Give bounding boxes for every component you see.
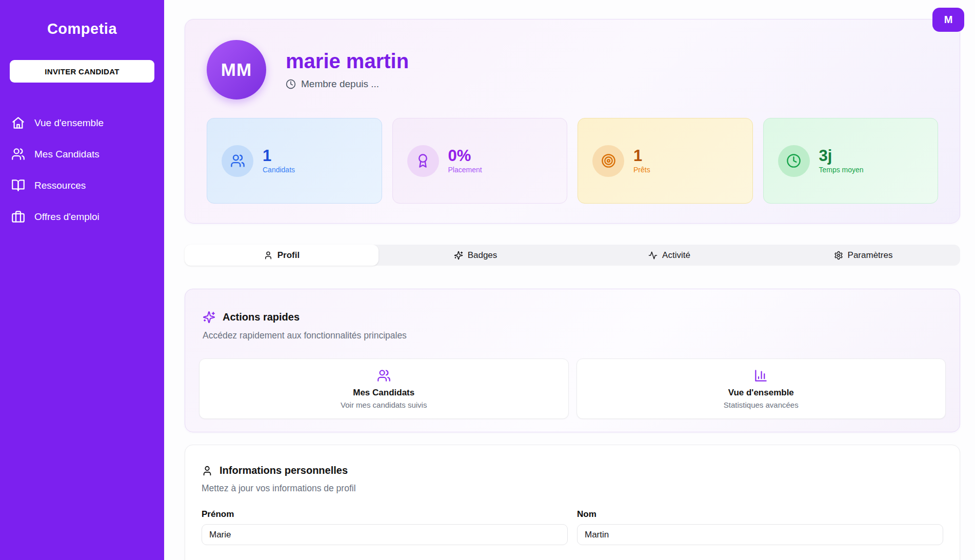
invite-candidate-button[interactable]: INVITER CANDIDAT xyxy=(10,60,154,83)
sidebar-item-resources[interactable]: Ressources xyxy=(0,170,164,201)
topbar-user-avatar[interactable]: M xyxy=(932,8,964,32)
profile-name: marie martin xyxy=(286,50,409,72)
clock-icon xyxy=(786,153,801,168)
clock-icon xyxy=(286,79,296,89)
action-title: Mes Candidats xyxy=(353,388,414,398)
tab-badges[interactable]: Badges xyxy=(379,245,572,266)
sparkles-icon xyxy=(203,311,215,324)
stat-card-placement: 0% Placement xyxy=(392,118,568,204)
stat-label: Prêts xyxy=(633,166,650,174)
tab-profile[interactable]: Profil xyxy=(185,245,379,266)
stat-value: 1 xyxy=(633,148,650,165)
sidebar: Competia INVITER CANDIDAT Vue d'ensemble… xyxy=(0,0,164,560)
action-my-candidates[interactable]: Mes Candidats Voir mes candidats suivis xyxy=(199,358,569,419)
sparkles-icon xyxy=(454,251,463,260)
sidebar-item-jobs[interactable]: Offres d'emploi xyxy=(0,201,164,232)
stats-row: 1 Candidats 0% Placement 1 Prêts xyxy=(207,118,938,204)
sidebar-item-label: Offres d'emploi xyxy=(34,211,100,223)
stat-label: Candidats xyxy=(263,166,295,174)
personal-info-subtitle: Mettez à jour vos informations de profil xyxy=(202,483,943,494)
gear-icon xyxy=(834,251,843,260)
stat-label: Temps moyen xyxy=(819,166,864,174)
tab-label: Paramètres xyxy=(848,250,893,261)
user-icon xyxy=(202,465,213,476)
stat-value: 1 xyxy=(263,148,295,165)
sidebar-item-overview[interactable]: Vue d'ensemble xyxy=(0,107,164,138)
stat-value: 0% xyxy=(448,148,482,165)
tab-label: Profil xyxy=(277,250,300,261)
sidebar-item-candidates[interactable]: Mes Candidats xyxy=(0,138,164,170)
quick-actions-title: Actions rapides xyxy=(223,311,300,323)
action-overview[interactable]: Vue d'ensemble Statistiques avancées xyxy=(576,358,946,419)
firstname-field[interactable] xyxy=(202,524,568,545)
personal-info-card: Informations personnelles Mettez à jour … xyxy=(185,445,960,560)
stat-card-ready: 1 Prêts xyxy=(578,118,753,204)
award-icon xyxy=(415,153,430,168)
tab-label: Activité xyxy=(662,250,690,261)
stat-card-average-time: 3j Temps moyen xyxy=(763,118,939,204)
book-open-icon xyxy=(11,178,25,192)
target-icon xyxy=(601,153,616,168)
brand-logo: Competia xyxy=(0,21,164,37)
quick-actions-card: Actions rapides Accédez rapidement aux f… xyxy=(185,289,960,432)
users-icon xyxy=(230,153,245,168)
quick-actions-subtitle: Accédez rapidement aux fonctionnalités p… xyxy=(199,330,946,341)
main-content: M MM marie martin Membre depuis ... 1 Ca… xyxy=(164,0,975,560)
personal-info-title: Informations personnelles xyxy=(220,465,348,476)
tab-activity[interactable]: Activité xyxy=(572,245,766,266)
home-icon xyxy=(11,116,25,130)
stat-value: 3j xyxy=(819,148,864,165)
stat-label: Placement xyxy=(448,166,482,174)
action-subtitle: Statistiques avancées xyxy=(724,401,799,409)
tab-settings[interactable]: Paramètres xyxy=(766,245,960,266)
tabbar: Profil Badges Activité Paramètres xyxy=(185,245,960,266)
firstname-label: Prénom xyxy=(202,509,568,519)
action-title: Vue d'ensemble xyxy=(728,388,794,398)
users-icon xyxy=(377,369,391,383)
lastname-label: Nom xyxy=(577,509,943,519)
sidebar-item-label: Ressources xyxy=(34,180,86,191)
bar-chart-icon xyxy=(754,369,768,383)
member-since-text: Membre depuis ... xyxy=(301,78,379,90)
activity-icon xyxy=(648,251,658,260)
sidebar-nav: Vue d'ensemble Mes Candidats Ressources … xyxy=(0,107,164,232)
profile-avatar: MM xyxy=(207,40,266,99)
briefcase-icon xyxy=(11,210,25,224)
action-subtitle: Voir mes candidats suivis xyxy=(341,401,427,409)
tab-label: Badges xyxy=(468,250,498,261)
users-icon xyxy=(11,147,25,161)
user-icon xyxy=(264,251,273,260)
profile-header-card: MM marie martin Membre depuis ... 1 Cand… xyxy=(185,19,960,224)
lastname-field[interactable] xyxy=(577,524,943,545)
stat-card-candidates: 1 Candidats xyxy=(207,118,382,204)
sidebar-item-label: Vue d'ensemble xyxy=(34,117,104,129)
sidebar-item-label: Mes Candidats xyxy=(34,149,100,160)
